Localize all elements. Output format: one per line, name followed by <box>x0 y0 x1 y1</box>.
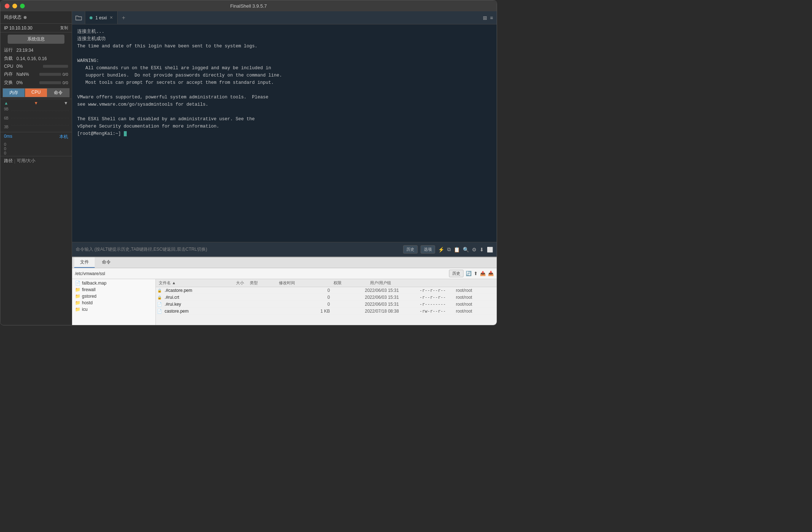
tab-command[interactable]: 命令 <box>47 88 70 97</box>
session-tab-1[interactable]: 1 esxi ✕ <box>85 11 118 24</box>
ping-bars: 0 0 0 <box>0 141 72 156</box>
maximize-button[interactable] <box>20 4 25 8</box>
close-button[interactable] <box>5 4 9 8</box>
file-history-button[interactable]: 历史 <box>449 270 464 277</box>
download-file-icon[interactable]: 📥 <box>488 271 494 276</box>
file-tree[interactable]: 📄 fallback.map 📁 firewall 📁 gstored 📁 ho… <box>72 279 156 325</box>
ping-bar-2: 0 <box>4 151 68 155</box>
file-row-castore-pem[interactable]: 📄 castore.pem 1 KB 2022/07/18 08:38 -rw-… <box>156 308 497 315</box>
folder-icon[interactable] <box>72 11 85 24</box>
tree-label-firewall: firewall <box>82 287 95 292</box>
tab-cpu[interactable]: CPU <box>25 88 47 97</box>
file-row-castore-hidden[interactable]: 🔒 .#castore.pem 0 2022/06/03 15:31 -r--r… <box>156 287 497 294</box>
runtime-label: 运行 <box>4 47 15 53</box>
col-date: 修改时间 <box>276 280 331 286</box>
tab-files[interactable]: 文件 <box>74 257 95 268</box>
cpu-bar-container <box>43 65 68 68</box>
tab-close-button[interactable]: ✕ <box>110 15 113 20</box>
fileperm-rui-key: -r-------- <box>417 302 453 307</box>
lightning-icon[interactable]: ⚡ <box>438 247 444 253</box>
path-divider: | <box>14 159 15 164</box>
tree-label-fallback: fallback.map <box>82 281 106 286</box>
fileperm-castore-hidden: -r--r--r-- <box>417 288 453 293</box>
col-type: 类型 <box>247 280 276 286</box>
tree-label-icu: icu <box>82 307 87 312</box>
tab-commands[interactable]: 命令 <box>96 257 117 268</box>
menu-icon[interactable]: ≡ <box>490 15 493 21</box>
term-line-9 <box>77 86 492 94</box>
mem-label: 内存 <box>4 71 15 77</box>
net-chart <box>11 107 70 128</box>
download-icon[interactable]: ⬇ <box>480 247 484 253</box>
file-row-rui-crt[interactable]: 🔒 .#rui.crt 0 2022/06/03 15:31 -r--r--r-… <box>156 294 497 301</box>
tree-item-hostd[interactable]: 📁 hostd <box>72 300 155 306</box>
upload-icon[interactable]: 📤 <box>480 271 486 276</box>
history-button[interactable]: 历史 <box>403 245 418 254</box>
folder-icon-fallback: 📄 <box>75 281 80 286</box>
network-section: ▲ ▼ ▼ 9B 6B 3B <box>0 99 72 132</box>
filedate-castore-pem: 2022/07/18 08:38 <box>362 309 417 314</box>
file-list[interactable]: 文件名 ▲ 大小 类型 修改时间 权限 用户/用户组 🔒 .#castore.p… <box>156 279 497 325</box>
ping-local: 本机 <box>59 134 68 140</box>
options-button[interactable]: 选项 <box>421 245 435 254</box>
cpu-label: CPU <box>4 64 15 69</box>
terminal-cursor <box>124 131 127 136</box>
col-filename: 文件名 ▲ <box>156 280 221 286</box>
mem-bar-container <box>39 73 61 76</box>
swap-stat: 交换 0% 0/0 <box>0 78 72 87</box>
sys-info-button[interactable]: 系统信息 <box>8 35 65 44</box>
filedate-rui-key: 2022/06/03 15:31 <box>362 302 417 307</box>
file-table: 📄 fallback.map 📁 firewall 📁 gstored 📁 ho… <box>72 279 497 325</box>
ip-address: IP 10.10.10.30 <box>4 26 32 31</box>
sidebar-header: 同步状态 <box>0 11 72 24</box>
runtime-stat: 运行 23:19:34 <box>0 46 72 54</box>
load-stat: 负载 0.14, 0.16, 0.16 <box>0 54 72 63</box>
ping-section: 0ms 本机 <box>0 132 72 141</box>
mem-value: NaN% <box>16 72 38 77</box>
tree-item-fallback[interactable]: 📄 fallback.map <box>72 280 155 286</box>
tab-bar: 1 esxi ✕ + ⊞ ≡ <box>72 11 497 24</box>
window-icon[interactable]: ⬜ <box>487 247 493 253</box>
sync-status: 同步状态 <box>4 14 27 20</box>
clipboard-icon[interactable]: 📋 <box>454 247 460 253</box>
refresh-icon[interactable]: 🔄 <box>466 271 472 276</box>
tree-item-gstored[interactable]: 📁 gstored <box>72 293 155 300</box>
tree-item-firewall[interactable]: 📁 firewall <box>72 286 155 293</box>
settings-icon[interactable]: ⚙ <box>472 247 477 253</box>
filesize-castore-hidden: 0 <box>307 288 333 293</box>
tab-label: 1 esxi <box>95 15 107 20</box>
term-line-13: The ESXi Shell can be disabled by an adm… <box>77 116 492 123</box>
minimize-button[interactable] <box>12 4 17 8</box>
file-icon-castore-pem: 📄 <box>156 309 163 314</box>
grid-icon[interactable]: ⊞ <box>483 15 487 21</box>
term-line-8: Most tools can prompt for secrets or acc… <box>77 79 492 86</box>
cpu-value: 0% <box>16 64 42 69</box>
sync-dot <box>24 16 27 19</box>
filename-rui-key: .#rui.key <box>163 302 307 307</box>
file-row-rui-key[interactable]: 📄 .#rui.key 0 2022/06/03 15:31 -r-------… <box>156 301 497 308</box>
cmd-toolbar: 历史 选项 ⚡ ⧉ 📋 🔍 ⚙ ⬇ ⬜ <box>403 245 493 254</box>
arrow-down2-icon: ▼ <box>64 101 68 106</box>
col-user: 用户/用户组 <box>367 280 411 286</box>
term-line-5: WARNING: <box>77 57 492 64</box>
fileperm-rui-crt: -r--r--r-- <box>417 295 453 300</box>
tree-item-icu[interactable]: 📁 icu <box>72 306 155 313</box>
copy-icon[interactable]: ⧉ <box>447 246 451 253</box>
tab-memory[interactable]: 内存 <box>3 88 25 97</box>
tab-active-dot <box>90 16 92 19</box>
terminal[interactable]: 连接主机... 连接主机成功 The time and date of this… <box>72 24 497 242</box>
upload-up-icon[interactable]: ⬆ <box>474 271 478 276</box>
tab-bar-right: ⊞ ≡ <box>479 11 497 24</box>
titlebar-buttons <box>5 4 25 8</box>
term-line-10: VMware offers supported, powerful system… <box>77 94 492 101</box>
filename-rui-crt: .#rui.crt <box>163 295 307 300</box>
tab-add-button[interactable]: + <box>118 11 129 24</box>
term-line-6: All commands run on the ESXi shell are l… <box>77 64 492 72</box>
sidebar: 同步状态 IP 10.10.10.30 复制 系统信息 运行 23:19:34 … <box>0 11 72 325</box>
filedate-rui-crt: 2022/06/03 15:31 <box>362 295 417 300</box>
copy-ip-button[interactable]: 复制 <box>60 25 68 31</box>
search-icon[interactable]: 🔍 <box>463 247 469 253</box>
cpu-stat: CPU 0% <box>0 63 72 70</box>
term-line-3: The time and date of this login have bee… <box>77 43 492 50</box>
cmd-input-bar: 命令输入 (按ALT键提示历史,TAB键路径,ESC键返回,双击CTRL切换) … <box>72 242 497 257</box>
